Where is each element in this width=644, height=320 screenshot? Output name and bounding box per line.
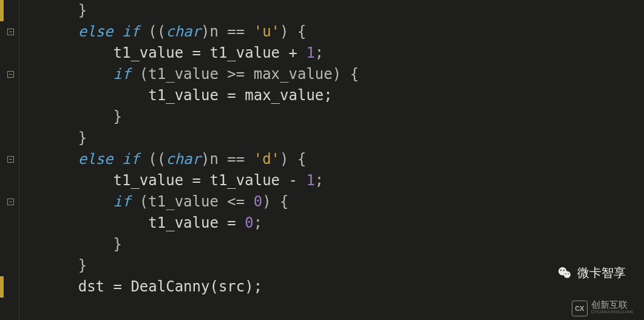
code-line[interactable]: if (t1_value >= max_value) { bbox=[25, 64, 644, 85]
svg-point-4 bbox=[565, 273, 566, 274]
code-line[interactable]: } bbox=[25, 234, 644, 255]
token-p bbox=[114, 151, 122, 168]
svg-point-2 bbox=[560, 270, 561, 271]
code-line[interactable]: if (t1_value <= 0) { bbox=[25, 191, 644, 213]
brand-watermark: CX 创新互联 CHUANXINHULIAN bbox=[572, 301, 633, 316]
code-line[interactable]: else if ((char)n == 'u') { bbox=[25, 21, 644, 43]
token-p bbox=[114, 23, 122, 40]
token-p bbox=[25, 193, 114, 210]
brand-cn: 创新互联 bbox=[591, 301, 633, 308]
token-type: char bbox=[166, 151, 201, 168]
token-p bbox=[25, 2, 78, 19]
token-p: } bbox=[25, 108, 122, 125]
token-p: ; bbox=[315, 172, 324, 189]
code-line[interactable]: t1_value = t1_value + 1; bbox=[25, 43, 644, 64]
token-p: )n == bbox=[201, 151, 254, 168]
token-p: )n == bbox=[201, 23, 254, 40]
token-p: } bbox=[25, 129, 87, 146]
token-id: dst = DealCanny(src); bbox=[25, 278, 262, 295]
token-p: (( bbox=[140, 23, 166, 40]
token-p: ) { bbox=[280, 151, 306, 168]
token-p: (( bbox=[140, 151, 166, 168]
token-p: ; bbox=[254, 214, 262, 231]
token-num: 0 bbox=[254, 193, 262, 210]
code-line[interactable]: } bbox=[25, 255, 644, 276]
token-id: t1_value = max_value; bbox=[25, 87, 333, 104]
token-p bbox=[25, 66, 114, 83]
token-kw: else bbox=[78, 23, 114, 40]
editor-gutter bbox=[0, 0, 19, 320]
code-line[interactable]: } bbox=[25, 106, 644, 128]
token-kw: if bbox=[122, 23, 140, 40]
token-p: (t1_value >= max_value) { bbox=[130, 66, 359, 83]
wechat-icon bbox=[557, 265, 572, 281]
brand-logo: CX bbox=[572, 301, 588, 316]
svg-point-5 bbox=[568, 273, 569, 274]
token-id: t1_value = t1_value - bbox=[25, 172, 306, 189]
token-id: t1_value = t1_value + bbox=[25, 44, 306, 61]
svg-point-3 bbox=[563, 270, 564, 271]
token-str: 'd' bbox=[254, 151, 280, 168]
token-str: 'u' bbox=[254, 23, 280, 40]
token-p: ) { bbox=[262, 193, 288, 210]
brand-en: CHUANXINHULIAN bbox=[591, 308, 633, 316]
token-p: } bbox=[25, 257, 87, 274]
token-p: } bbox=[78, 2, 87, 19]
token-p: } bbox=[25, 236, 122, 253]
fold-toggle-icon[interactable] bbox=[7, 156, 14, 163]
code-line[interactable]: t1_value = 0; bbox=[25, 213, 644, 234]
token-p bbox=[25, 23, 78, 40]
token-kw: if bbox=[114, 193, 131, 210]
token-num: 1 bbox=[306, 172, 314, 189]
token-p: (t1_value <= bbox=[130, 193, 253, 210]
fold-toggle-icon[interactable] bbox=[7, 199, 14, 205]
code-line[interactable]: t1_value = t1_value - 1; bbox=[25, 170, 644, 191]
token-kw: else bbox=[78, 151, 114, 168]
code-area[interactable]: } else if ((char)n == 'u') { t1_value = … bbox=[19, 0, 644, 320]
token-type: char bbox=[166, 23, 201, 40]
code-line[interactable]: } bbox=[25, 128, 644, 149]
token-kw: if bbox=[122, 151, 140, 168]
token-kw: if bbox=[114, 66, 131, 83]
svg-point-1 bbox=[564, 271, 571, 277]
token-p bbox=[25, 151, 78, 168]
code-line[interactable]: t1_value = max_value; bbox=[25, 85, 644, 106]
code-line[interactable]: } bbox=[25, 0, 644, 21]
wechat-watermark: 微卡智享 bbox=[557, 262, 626, 284]
wechat-watermark-text: 微卡智享 bbox=[577, 262, 626, 284]
token-num: 1 bbox=[306, 44, 314, 61]
fold-toggle-icon[interactable] bbox=[7, 71, 14, 78]
token-p: ; bbox=[315, 44, 324, 61]
token-num: 0 bbox=[245, 214, 253, 231]
token-id: t1_value = bbox=[25, 214, 245, 231]
code-line[interactable]: dst = DealCanny(src); bbox=[25, 276, 644, 298]
token-p: ) { bbox=[280, 23, 306, 40]
change-marker bbox=[0, 276, 4, 298]
fold-toggle-icon[interactable] bbox=[7, 29, 14, 35]
change-marker bbox=[0, 0, 4, 21]
code-line[interactable]: else if ((char)n == 'd') { bbox=[25, 149, 644, 170]
